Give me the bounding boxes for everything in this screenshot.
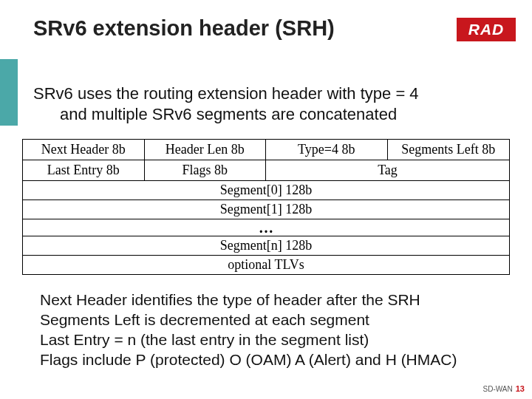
cell-ellipsis: … [23,219,509,236]
desc-line: Segments Left is decremented at each seg… [40,310,513,330]
cell-flags: Flags 8b [145,160,267,180]
intro-line2: and multiple SRv6 segments are concatena… [33,104,491,125]
cell-next-header: Next Header 8b [23,140,145,160]
cell-last-entry: Last Entry 8b [23,160,145,180]
brand-logo-text: RAD [468,21,505,38]
table-row: … [23,219,509,236]
cell-segments-left: Segments Left 8b [388,140,510,160]
table-row: Segment[0] 128b [23,180,509,200]
cell-segmentn: Segment[n] 128b [23,236,509,255]
srh-layout-table: Next Header 8b Header Len 8b Type=4 8b S… [22,139,510,275]
cell-header-len: Header Len 8b [145,140,267,160]
cell-tag: Tag [266,160,509,180]
accent-bar [0,59,18,126]
table-row: optional TLVs [23,255,509,274]
cell-segment1: Segment[1] 128b [23,200,509,219]
cell-type: Type=4 8b [266,140,388,160]
intro-line1: SRv6 uses the routing extension header w… [33,83,491,104]
cell-segment0: Segment[0] 128b [23,181,509,200]
brand-logo: RAD [457,18,516,41]
page-number: 13 [516,384,525,393]
desc-line: Next Header identifies the type of heade… [40,290,513,310]
intro-text: SRv6 uses the routing extension header w… [33,83,491,124]
footer: SD-WAN 13 [483,384,525,393]
table-row: Last Entry 8b Flags 8b Tag [23,160,509,180]
table-row: Segment[1] 128b [23,200,509,219]
cell-optional-tlvs: optional TLVs [23,256,509,274]
page-title: SRv6 extension header (SRH) [33,16,335,41]
table-row: Segment[n] 128b [23,236,509,255]
footer-label: SD-WAN [483,385,513,393]
table-row: Next Header 8b Header Len 8b Type=4 8b S… [23,140,509,160]
desc-line: Flags include P (protected) O (OAM) A (A… [40,350,513,370]
desc-line: Last Entry = n (the last entry in the se… [40,330,513,350]
description-block: Next Header identifies the type of heade… [40,290,513,370]
